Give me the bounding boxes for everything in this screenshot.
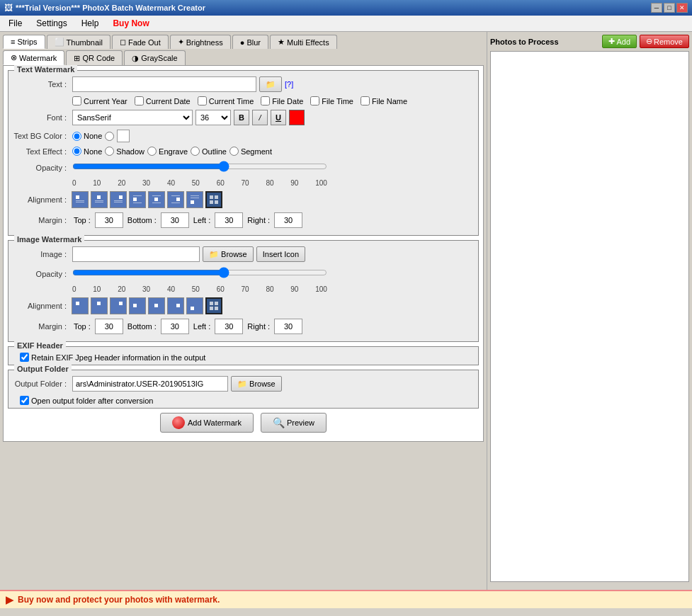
effect-segment-radio[interactable]: Segment [229,147,272,156]
image-row: Image : 📁 Browse Insert Icon [13,246,474,262]
exif-checkbox[interactable] [20,353,29,362]
preview-button[interactable]: 🔍 Preview [261,413,327,433]
menu-file[interactable]: File [3,17,28,30]
img-align-mr-button[interactable] [167,297,184,314]
bg-none-radio[interactable]: None [72,132,102,141]
menu-settings[interactable]: Settings [30,17,72,30]
tab-watermark[interactable]: ⊗ Watermark [3,50,64,65]
action-buttons: Add Watermark 🔍 Preview [8,413,479,433]
text-margin-left-input[interactable]: 30 [215,212,243,228]
img-align-tl-button[interactable] [72,297,89,314]
underline-button[interactable]: U [271,110,286,125]
text-color-box[interactable] [289,110,305,125]
svg-rect-25 [76,302,79,305]
add-photos-button[interactable]: ✚ Add [602,35,637,48]
strips-icon: ≡ [11,38,15,46]
align-mc-button[interactable] [148,191,165,208]
text-browse-button[interactable]: 📁 [259,76,282,92]
output-browse-button[interactable]: 📁 Browse [231,376,282,392]
image-margin-left-input[interactable]: 30 [215,319,243,334]
align-tile-button[interactable] [205,191,222,208]
img-align-tc-button[interactable] [91,297,108,314]
tab-multi-effects[interactable]: ★ Multi Effects [270,35,337,49]
output-folder-input[interactable]: ars\Administrator.USER-20190513IG [72,376,228,392]
bg-color-radio[interactable] [105,132,114,141]
exif-section: EXIF Header Retain EXIF Jpeg Header info… [8,346,479,365]
image-browse-button[interactable]: 📁 Browse [203,246,254,262]
image-input[interactable] [72,246,200,262]
svg-rect-6 [119,195,123,199]
img-align-mc-button[interactable] [148,297,165,314]
align-tl-button[interactable] [72,191,89,208]
text-alignment-row: Alignment : [13,191,474,208]
svg-rect-20 [191,198,199,198]
text-effect-row: Text Effect : None Shadow Engrave [13,147,474,156]
tab-fade-out[interactable]: ◻ Fade Out [112,35,169,49]
checkbox-file-name[interactable]: File Name [361,96,407,105]
svg-rect-28 [133,304,137,307]
checkbox-current-time[interactable]: Current Time [198,96,254,105]
align-tc-button[interactable] [91,191,108,208]
menu-buy-now[interactable]: Buy Now [107,17,154,30]
text-margin-row: Margin : Top : 30 Bottom : 30 Left : 30 … [13,212,474,228]
img-align-ml-button[interactable] [129,297,146,314]
text-margin-top-input[interactable]: 30 [95,212,123,228]
svg-rect-3 [97,195,101,199]
align-bl-button[interactable] [186,191,203,208]
img-align-tr-button[interactable] [110,297,127,314]
tab-strips[interactable]: ≡ Strips [3,35,45,49]
image-alignment-label: Alignment : [13,302,69,310]
open-after-label[interactable]: Open output folder after conversion [20,396,474,405]
checkbox-file-date[interactable]: File Date [261,96,303,105]
font-size-select[interactable]: 8101214 16182024 2832364872 [195,110,231,125]
remove-photos-button[interactable]: ⊖ Remove [640,35,689,48]
align-tr-button[interactable] [110,191,127,208]
open-after-checkbox[interactable] [20,396,29,405]
tab-brightness[interactable]: ✦ Brightness [170,35,231,49]
output-folder-title: Output Folder [14,365,72,373]
text-input[interactable] [72,76,256,92]
bg-color-swatch[interactable] [117,130,130,142]
text-margin-bottom-input[interactable]: 30 [161,212,189,228]
svg-rect-16 [171,195,180,196]
maximize-button[interactable]: □ [664,3,675,13]
image-margin-right-label: Right : [247,322,270,331]
effect-none-radio[interactable]: None [72,147,102,156]
tab-qr-code[interactable]: ⊞ QR Code [66,50,123,65]
image-opacity-slider[interactable] [72,266,327,279]
close-button[interactable]: ✕ [676,3,688,13]
font-select[interactable]: SansSerif Arial Times New Roman Courier … [72,110,193,125]
insert-icon-button[interactable]: Insert Icon [256,246,305,262]
image-margin-top-input[interactable]: 30 [95,319,123,334]
exif-checkbox-label[interactable]: Retain EXIF Jpeg Header information in t… [20,353,474,362]
tab-blur[interactable]: ● Blur [232,35,268,49]
text-margin-right-input[interactable]: 30 [274,212,302,228]
effect-shadow-radio[interactable]: Shadow [105,147,144,156]
align-mr-button[interactable] [167,191,184,208]
main-container: ≡ Strips ⬜ Thumbnail ◻ Fade Out ✦ Bright… [0,32,692,590]
checkbox-current-date[interactable]: Current Date [135,96,191,105]
img-align-bl-button[interactable] [186,297,203,314]
checkbox-file-time[interactable]: File Time [310,96,353,105]
help-link[interactable]: [?] [285,80,293,89]
effect-outline-radio[interactable]: Outline [191,147,227,156]
align-ml-button[interactable] [129,191,146,208]
image-margin-bottom-input[interactable]: 30 [161,319,189,334]
minimize-button[interactable]: ─ [651,3,662,13]
text-bg-color-label: Text BG Color : [13,132,69,140]
image-opacity-row: Opacity : [13,266,474,281]
image-margin-row: Margin : Top : 30 Bottom : 30 Left : 30 … [13,319,474,334]
img-align-tile-button[interactable] [205,297,222,314]
tab-grayscale[interactable]: ◑ GrayScale [124,50,185,65]
effect-engrave-radio[interactable]: Engrave [147,147,188,156]
italic-button[interactable]: / [252,110,268,125]
text-opacity-slider[interactable] [72,160,327,173]
preview-icon: 🔍 [273,417,284,428]
tab-thumbnail[interactable]: ⬜ Thumbnail [47,35,110,49]
menu-help[interactable]: Help [76,17,105,30]
checkbox-current-year[interactable]: Current Year [72,96,127,105]
add-watermark-button[interactable]: Add Watermark [160,413,254,433]
bold-button[interactable]: B [234,110,249,125]
image-margin-bottom-label: Bottom : [127,322,157,331]
image-margin-right-input[interactable]: 30 [274,319,302,334]
